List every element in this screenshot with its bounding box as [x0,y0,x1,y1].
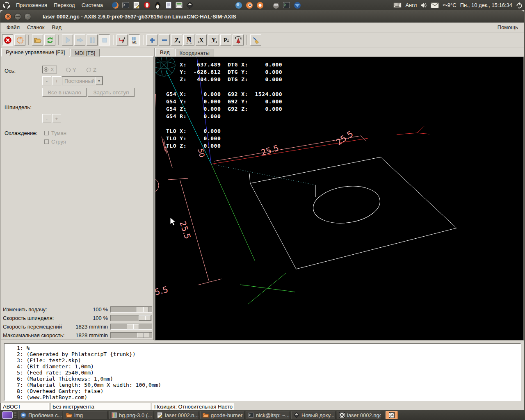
ubuntu-logo-icon[interactable] [2,1,10,9]
thunderbird-icon[interactable] [293,1,301,9]
slider-value: 1823 mm/min [70,324,108,330]
machine-power-button[interactable] [14,34,25,46]
task-button-Проблема с...[interactable]: Проблема с... [18,411,62,419]
slider-track[interactable] [110,324,152,330]
clear-plot-button[interactable] [250,34,261,46]
terminal-icon[interactable] [122,1,130,9]
spindle-minus-button[interactable]: - [42,114,51,123]
home-all-button[interactable]: Все в начало [42,88,87,97]
menu-1[interactable]: Станок [23,23,48,32]
globe-icon[interactable] [235,1,242,9]
task-button-laser 0002.n...[interactable]: laser 0002.n... [155,411,199,419]
menu-help[interactable]: Помощь [494,23,522,32]
zoom-out-button[interactable] [159,34,170,46]
status-position-mode: Позиция: Относительная Насто [152,403,234,411]
keyboard-indicator-icon[interactable] [393,2,402,8]
volume-icon[interactable] [420,2,427,8]
tab-preview[interactable]: Вид [155,48,174,57]
slider-handle[interactable] [137,333,149,338]
top-menu-1[interactable]: Переход [50,1,78,9]
task-button-nick@ltsp: ~...[interactable]: nick@ltsp: ~... [246,411,290,419]
view-x-button[interactable]: X [196,34,207,46]
gcode-line: 6: (Material Thickness: 1,0mm) [17,376,520,382]
axis-radio-z[interactable]: Z [87,67,96,73]
workspace-switcher[interactable] [2,411,13,419]
step-line-button[interactable] [74,34,85,46]
pause-program-button[interactable] [87,34,98,46]
zoom-in-button[interactable] [146,34,158,46]
jog-plus-button[interactable]: + [52,76,61,85]
opera-icon[interactable] [143,1,151,9]
top-menu-0[interactable]: Приложения [13,1,50,9]
slider-track[interactable] [110,332,152,338]
view-p-button[interactable]: P [220,34,231,46]
close-button[interactable]: ✕ [5,13,11,20]
blender-2-icon[interactable] [256,1,264,9]
task-button-img[interactable]: img [64,411,108,419]
status-bar: АВОСТ Без инструмента Позиция: Относител… [0,403,524,411]
tab-dro[interactable]: Координаты [175,49,214,57]
rotate-view-button[interactable] [233,34,244,46]
clock[interactable]: Пн., 10 дек., 15:16:34 [460,2,512,8]
weather-temperature[interactable]: ≈-9°C [443,2,456,8]
keyboard-layout-label[interactable]: Англ [405,2,417,8]
optional-pause-m1-button[interactable]: M1 [129,34,140,46]
slider-handle[interactable] [137,307,149,312]
terminal-2-icon[interactable] [283,1,290,9]
run-program-button[interactable] [62,34,73,46]
gimp-icon[interactable] [272,1,280,9]
axis-radio-x[interactable]: X [42,66,57,73]
top-menu-2[interactable]: Система [78,1,106,9]
blender-icon[interactable] [245,1,253,9]
titlebar[interactable]: ✕ — ▫ laser 0002.ngc - AXIS 2.6.0-pre0-3… [0,10,524,23]
axis-radio-y[interactable]: Y [66,67,76,73]
tux-icon[interactable] [154,1,162,9]
jog-minus-button[interactable]: - [42,76,51,85]
firefox-icon[interactable] [111,1,119,9]
task-button-active-window[interactable] [386,411,398,419]
stop-program-button[interactable] [99,34,110,46]
preview-canvas[interactable]: 25.5 25.5 25.5 50 5.5 X: 637.489 DTG X: … [155,57,524,340]
maximize-button[interactable]: ▫ [24,13,31,20]
mail-icon[interactable] [431,2,439,8]
menu-2[interactable]: Вид [48,23,66,32]
estop-button[interactable] [2,34,13,46]
window-menus: ФайлСтанокВид [3,23,65,32]
task-button-laser 0002.ngc[interactable]: laser 0002.ngc [337,411,381,419]
toolbar-separator [113,35,114,45]
menu-0[interactable]: Файл [3,23,23,32]
mist-checkbox[interactable]: Туман [44,130,66,136]
slider-track[interactable] [110,315,152,321]
slider-handle[interactable] [127,324,139,329]
power-icon[interactable] [516,2,523,9]
notes-icon[interactable] [164,1,172,9]
slider-track[interactable] [110,306,152,313]
jog-mode-select[interactable]: Постоянный ▼ [62,76,103,85]
touch-off-button[interactable]: Задать отступ [88,88,135,97]
gcode-listing[interactable]: 1: %2: (Generated by PhlatscripT {trunk}… [4,343,521,401]
chevron-down-icon: ▼ [96,77,103,85]
slider-row-0: Изменить подачу:100 % [3,305,152,314]
view-z2-button[interactable]: N [183,34,194,46]
text-editor-icon[interactable] [132,1,140,9]
view-y-button[interactable]: Y [208,34,219,46]
file-manager-icon[interactable] [175,1,183,9]
slider-label: Изменить подачу: [3,306,70,313]
tab-mdi[interactable]: MDI [F5] [70,49,100,57]
open-file-button[interactable] [32,34,43,46]
flood-checkbox[interactable]: Струя [44,139,66,145]
dim-label-bottom: 5.5 [155,285,169,297]
task-button-gcode-burner[interactable]: gcode-burner [200,411,244,419]
skip-lines-button[interactable] [116,34,128,46]
spindle-plus-button[interactable]: + [52,114,61,123]
view-z-button[interactable]: Z [171,34,182,46]
slider-value: 1828 mm/min [70,332,108,338]
slider-handle[interactable] [139,315,151,321]
preview-panel: Вид Координаты [155,48,524,340]
minimize-button[interactable]: — [14,13,21,20]
reload-file-button[interactable] [44,34,55,46]
task-button-bg.png-3.0 (...[interactable]: bg.png-3.0 (... [109,411,153,419]
tab-manual-control[interactable]: Ручное управление [F3] [1,48,69,57]
task-button-Новый доку...[interactable]: Новый доку... [291,411,336,419]
inkscape-icon[interactable] [186,1,194,9]
